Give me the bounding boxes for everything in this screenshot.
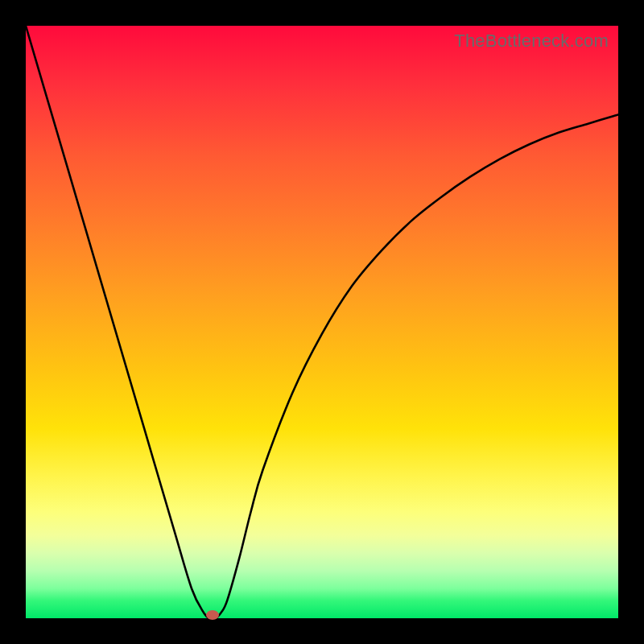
bottleneck-curve <box>26 26 618 618</box>
chart-container: TheBottleneck.com <box>0 0 644 644</box>
minimum-marker-icon <box>206 610 219 620</box>
plot-area: TheBottleneck.com <box>26 26 618 618</box>
